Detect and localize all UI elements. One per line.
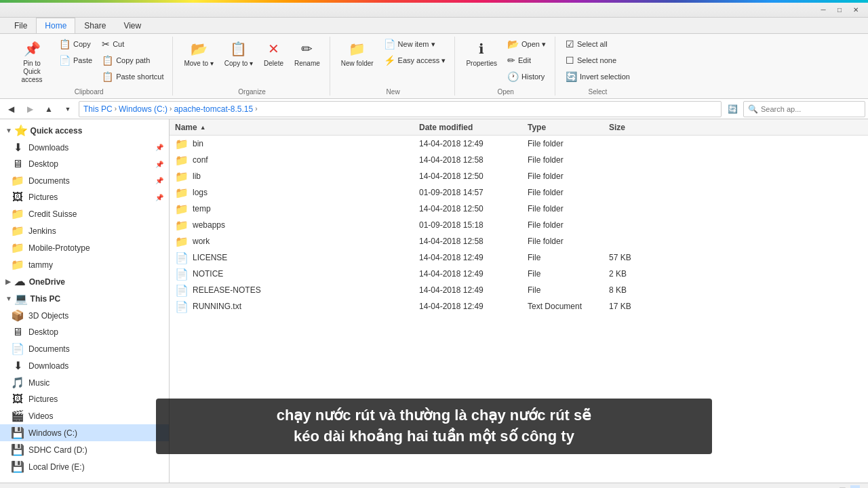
sidebar-item-downloads[interactable]: ⬇ Downloads 📌 [0,139,169,156]
sidebar-item-documents[interactable]: 📄 Documents [0,340,169,357]
table-row[interactable]: 📁webapps01-09-2018 15:18File folder [170,217,868,233]
sidebar-item-mobile-prototype[interactable]: 📁 Mobile-Prototype [0,239,169,256]
paste-shortcut-icon: 📋 [102,71,113,82]
table-row[interactable]: 📁conf14-04-2018 12:58File folder [170,152,868,168]
select-none-button[interactable]: ☐ Select none [562,53,633,68]
this-pc-label: This PC [31,294,61,304]
title-bar: ─ □ ✕ [0,3,868,18]
name-header-label: Name [175,123,197,132]
column-name[interactable]: Name ▲ [175,123,419,132]
column-type[interactable]: Type [528,123,609,132]
sidebar-tammy-label: tammy [28,260,163,270]
breadcrumb-windows-c[interactable]: Windows (C:) [119,104,167,114]
pin-pictures-icon[interactable]: 📌 [155,194,163,201]
open-button[interactable]: 📂 Open ▾ [504,37,549,52]
sidebar-this-pc-header[interactable]: ▼ 💻 This PC [0,290,169,307]
pin-to-quick-access-button[interactable]: 📌 Pin to Quick access [11,37,53,87]
up-button[interactable]: ▲ [41,101,57,117]
easy-access-icon: ⚡ [384,55,395,66]
delete-button[interactable]: ✕ Delete [260,37,288,70]
history-button[interactable]: 🕐 History [504,69,549,84]
select-all-label: Select all [577,40,608,48]
pin-documents-icon[interactable]: 📌 [155,177,163,184]
sidebar-item-downloads-pc[interactable]: ⬇ Downloads [0,357,169,374]
cut-button[interactable]: ✂ Cut [98,37,167,52]
title-bar-controls: ─ □ ✕ [816,5,863,16]
tab-home[interactable]: Home [36,18,75,33]
copy-to-button[interactable]: 📋 Copy to ▾ [220,37,257,70]
sidebar-item-desktop-qa[interactable]: 🖥 Desktop 📌 [0,156,169,172]
sidebar-item-desktop[interactable]: 🖥 Desktop [0,324,169,340]
tab-file[interactable]: File [5,18,36,33]
copy-path-button[interactable]: 📋 Copy path [98,53,167,68]
back-button[interactable]: ◀ [3,101,19,117]
edit-button[interactable]: ✏ Edit [504,53,549,68]
paste-shortcut-button[interactable]: 📋 Paste shortcut [98,69,167,84]
easy-access-button[interactable]: ⚡ Easy access ▾ [380,53,450,68]
copy-button[interactable]: 📋 Copy [56,37,96,52]
column-date[interactable]: Date modified [419,123,528,132]
sidebar-videos-label: Videos [28,411,163,421]
folder-icon: 📁 [175,169,189,183]
select-all-button[interactable]: ☑ Select all [562,37,633,52]
table-row[interactable]: 📄RUNNING.txt14-04-2018 12:49Text Documen… [170,298,868,314]
sidebar-item-pictures-qa[interactable]: 🖼 Pictures 📌 [0,189,169,205]
table-row[interactable]: 📁bin14-04-2018 12:49File folder [170,136,868,152]
table-row[interactable]: 📁logs01-09-2018 14:57File folder [170,184,868,201]
file-type: File folder [528,220,609,230]
sidebar-item-documents-qa[interactable]: 📁 Documents 📌 [0,172,169,189]
rename-button[interactable]: ✏ Rename [290,37,324,70]
close-button[interactable]: ✕ [849,5,863,16]
table-row[interactable]: 📄NOTICE14-04-2018 12:49File2 KB [170,266,868,282]
file-date: 14-04-2018 12:58 [419,237,528,246]
properties-button[interactable]: ℹ Properties [462,37,501,70]
sidebar-item-music[interactable]: 🎵 Music [0,374,169,391]
sidebar-item-pictures[interactable]: 🖼 Pictures [0,391,169,407]
file-rows-container: 📁bin14-04-2018 12:49File folder📁conf14-0… [170,136,868,314]
table-row[interactable]: 📁temp14-04-2018 12:50File folder [170,201,868,217]
sidebar-item-windows-c[interactable]: 💾 Windows (C:) [0,424,169,441]
sidebar-onedrive[interactable]: ▶ ☁ OneDrive [0,273,169,290]
invert-selection-button[interactable]: 🔄 Invert selection [562,69,633,84]
file-size: 8 KB [609,285,663,295]
breadcrumb[interactable]: This PC › Windows (C:) › apache-tomcat-8… [79,101,722,117]
search-input[interactable] [761,105,861,113]
tab-share[interactable]: Share [75,18,115,33]
sidebar-item-jenkins[interactable]: 📁 Jenkins [0,222,169,239]
cut-icon: ✂ [102,39,110,49]
sidebar-item-3d-objects[interactable]: 📦 3D Objects [0,307,169,324]
pin-desktop-icon[interactable]: 📌 [155,161,163,168]
file-type: File folder [528,155,609,165]
column-size[interactable]: Size [609,123,663,132]
sidebar-quick-access-header[interactable]: ▼ ⭐ Quick access [0,122,169,139]
new-item-button[interactable]: 📄 New item ▾ [380,37,450,52]
detail-view-icon[interactable]: ⊞ [850,485,860,489]
sidebar-item-tammy[interactable]: 📁 tammy [0,256,169,273]
copy-to-icon: 📋 [229,39,248,58]
paste-button[interactable]: 📄 Paste [56,53,96,68]
organize-group-label: Organize [238,87,266,96]
forward-button[interactable]: ▶ [22,101,38,117]
breadcrumb-tomcat[interactable]: apache-tomcat-8.5.15 [174,104,253,114]
local-e-icon: 💾 [11,460,24,473]
sidebar-item-videos[interactable]: 🎬 Videos [0,407,169,424]
move-to-button[interactable]: 📂 Move to ▾ [180,37,217,70]
pin-downloads-icon[interactable]: 📌 [155,144,163,151]
sidebar-item-local-e[interactable]: 💾 Local Drive (E:) [0,458,169,475]
minimize-button[interactable]: ─ [816,5,830,16]
sidebar-item-credit-suisse[interactable]: 📁 Credit Suisse [0,205,169,222]
recent-button[interactable]: ▼ [60,101,76,117]
tab-view[interactable]: View [115,18,150,33]
refresh-button[interactable]: 🔄 [724,101,741,117]
status-view-controls: ☰ ⊞ [837,485,860,489]
table-row[interactable]: 📄LICENSE14-04-2018 12:49File57 KB [170,249,868,266]
table-row[interactable]: 📄RELEASE-NOTES14-04-2018 12:49File8 KB [170,282,868,298]
maximize-button[interactable]: □ [833,5,846,16]
breadcrumb-this-pc[interactable]: This PC [83,104,113,114]
table-row[interactable]: 📁lib14-04-2018 12:50File folder [170,168,868,184]
sidebar-item-sdhc[interactable]: 💾 SDHC Card (D:) [0,441,169,458]
new-folder-button[interactable]: 📁 New folder [337,37,378,70]
list-view-icon[interactable]: ☰ [837,485,848,489]
table-row[interactable]: 📁work14-04-2018 12:58File folder [170,233,868,249]
file-size: 57 KB [609,253,663,262]
